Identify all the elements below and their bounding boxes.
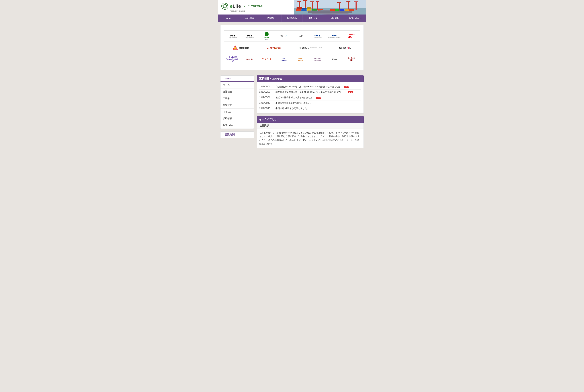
- 3ds-label: NINTENDO 3DS: [348, 34, 355, 38]
- svg-rect-18: [302, 10, 307, 11]
- rforce-sub: ENTERTAINMENT: [310, 47, 322, 49]
- news-date-2: 2019/07/30: [259, 91, 273, 93]
- qualia-triangle-icon: [233, 45, 238, 50]
- navigation: TOP 会社概要 IT関係 国際貿易 HP作成 採用情報 お問い合わせ: [218, 14, 366, 22]
- console-xbox360: ✕ XBOX 360: [258, 31, 275, 42]
- qualiarts-logo: qualiarts: [233, 45, 249, 50]
- nav-it[interactable]: IT関係: [260, 14, 281, 22]
- svg-rect-10: [303, 0, 308, 1]
- sidebar-trade[interactable]: 国際貿易: [220, 102, 254, 108]
- ps2-label: PS2: [247, 34, 252, 37]
- chaos-text: Chaos: [332, 58, 337, 60]
- news-date-1: 2019/09/06: [259, 85, 273, 88]
- rforce-r: R: [298, 46, 300, 49]
- tcg-yugioh-js: 遊☆戯☆王JS: [343, 54, 360, 64]
- about-box: 社長挨拶 私どもがビジネスを行うITの分野はめまぐるしい速度で技術は進歩しており…: [257, 123, 364, 148]
- sidebar-hours-box: 営業時間: [220, 132, 254, 138]
- nav-recruit[interactable]: 採用情報: [324, 14, 345, 22]
- tcg-precious-memories: PreciousMemories: [309, 54, 326, 64]
- svg-point-2: [222, 5, 228, 8]
- rforce-text: -FORCE: [300, 46, 309, 49]
- console-wiiu: Wii U: [275, 31, 292, 42]
- svg-rect-14: [312, 2, 313, 7]
- xbox-x: ✕: [266, 33, 267, 35]
- svg-rect-22: [297, 7, 302, 9]
- bs-text: BattleSpirits: [298, 58, 303, 61]
- nav-contact[interactable]: お問い合わせ: [345, 14, 366, 22]
- js-text: 遊☆戯☆王JS: [348, 57, 355, 61]
- news-item-1: 2019/09/06 商標登録第6176797号：第11類≪BELALA≫美顔器…: [259, 84, 361, 90]
- company-url[interactable]: http://elife.ciao.jp: [230, 10, 263, 12]
- xbox-circle: ✕: [264, 32, 268, 36]
- ws-text: WeißSchwarz: [280, 58, 286, 61]
- news-header: 更新情報・お知らせ: [257, 76, 364, 82]
- psp-sub: PlayStation®Portable: [328, 37, 341, 38]
- wiiu-u: U: [285, 35, 286, 38]
- president-text: 私どもがビジネスを行うITの分野はめまぐるしい速度で技術は進歩しており、その中で…: [257, 129, 364, 148]
- nav-trade[interactable]: 国際貿易: [281, 14, 303, 22]
- lower-section: Menu ホーム 会社概要 IT関係 国際貿易 HP作成 採用情報 お問い合わせ…: [218, 76, 366, 154]
- logo-icon: [221, 2, 228, 10]
- svg-rect-24: [308, 7, 312, 9]
- tcg-vanguard: ヴァンガード: [258, 54, 275, 64]
- psp-label: PSP: [332, 34, 337, 37]
- publisher-logos-row: qualiarts GRIPHONE R -FORCE ENTERTAINMEN…: [224, 44, 360, 51]
- pm-text: PreciousMemories: [314, 58, 321, 61]
- svg-point-3: [224, 3, 226, 10]
- svg-rect-28: [337, 2, 341, 3]
- nav-company[interactable]: 会社概要: [239, 14, 260, 22]
- tcg-chaos: Chaos: [326, 54, 343, 64]
- tcg-battle-spirits: BattleSpirits: [292, 54, 309, 64]
- ygo-text: Yu-Gi-Oh!: [246, 58, 253, 60]
- company-name-jp: イーライフ株式会社: [243, 5, 263, 8]
- sidebar-hours-title: 営業時間: [220, 132, 254, 138]
- news-date-5: 2017/01/15: [259, 107, 273, 110]
- svg-rect-37: [349, 9, 354, 11]
- sidebar-company[interactable]: 会社概要: [220, 88, 254, 95]
- sidebar-contact[interactable]: お問い合わせ: [220, 122, 254, 128]
- svg-rect-36: [345, 10, 349, 11]
- console-3ds: NINTENDO 3DS: [343, 31, 360, 42]
- header-image: [294, 0, 366, 14]
- news-item-2: 2019/07/30 神奈川県公安委員会許可第451360022553号：美術品…: [259, 90, 361, 95]
- wiiu-label: Wii U: [280, 35, 286, 38]
- brands-section: PS3 PlayStation®3 PS2 PlayStation®2 ✕ XB…: [218, 22, 366, 76]
- console-ps2: PS2 PlayStation®2: [241, 31, 258, 42]
- svg-rect-13: [310, 2, 314, 2]
- xbox-360: 360: [264, 38, 269, 40]
- svg-rect-15: [318, 1, 318, 10]
- svg-rect-11: [305, 1, 306, 7]
- header: eLife イーライフ株式会社 http://elife.ciao.jp: [218, 0, 366, 14]
- goodroid-logo: GooDRoiD: [339, 46, 351, 49]
- sidebar-recruit[interactable]: 採用情報: [220, 115, 254, 122]
- logo-brand: eLife: [230, 4, 241, 9]
- news-item-3: 2019/05/01 横浜市中区長者町に本店移転しました。 NEW: [259, 95, 361, 100]
- console-wii: Wii: [292, 31, 309, 42]
- news-text-3: 横浜市中区長者町に本店移転しました。 NEW: [275, 96, 361, 99]
- brands-box: PS3 PlayStation®3 PS2 PlayStation®2 ✕ XB…: [220, 25, 364, 70]
- nav-hp[interactable]: HP作成: [303, 14, 324, 22]
- news-text-5: 中国HP作成事業を開始しました。: [275, 107, 361, 110]
- president-section: 社長挨拶 私どもがビジネスを行うITの分野はめまぐるしい速度で技術は進歩しており…: [257, 123, 364, 148]
- griphone-text: GRIPHONE: [266, 46, 280, 50]
- sidebar-home[interactable]: ホーム: [220, 82, 254, 88]
- svg-rect-35: [340, 9, 344, 11]
- sidebar-menu-box: Menu ホーム 会社概要 IT関係 国際貿易 HP作成 採用情報 お問い合わせ: [220, 76, 254, 129]
- vita-label: PSVITA: [315, 34, 320, 36]
- console-logos-row: PS3 PlayStation®3 PS2 PlayStation®2 ✕ XB…: [224, 30, 360, 42]
- svg-rect-34: [335, 10, 339, 11]
- news-date-4: 2017/06/13: [259, 102, 273, 104]
- about-header: イーライフとは: [257, 116, 364, 123]
- logo-area: eLife イーライフ株式会社 http://elife.ciao.jp: [221, 2, 263, 12]
- vg-text: ヴァンガード: [262, 58, 271, 60]
- sidebar-hp[interactable]: HP作成: [220, 108, 254, 115]
- nav-top[interactable]: TOP: [218, 15, 239, 22]
- goodroid-text: GooDRoiD: [339, 46, 351, 49]
- president-title[interactable]: 社長挨拶: [257, 123, 364, 129]
- news-badge-3: NEW: [316, 97, 321, 99]
- sidebar-it[interactable]: IT関係: [220, 95, 254, 102]
- svg-rect-30: [347, 1, 351, 2]
- tcg-weiss: WeißSchwarz: [275, 54, 292, 64]
- svg-rect-17: [296, 9, 301, 11]
- console-ps3: PS3 PlayStation®3: [224, 31, 241, 42]
